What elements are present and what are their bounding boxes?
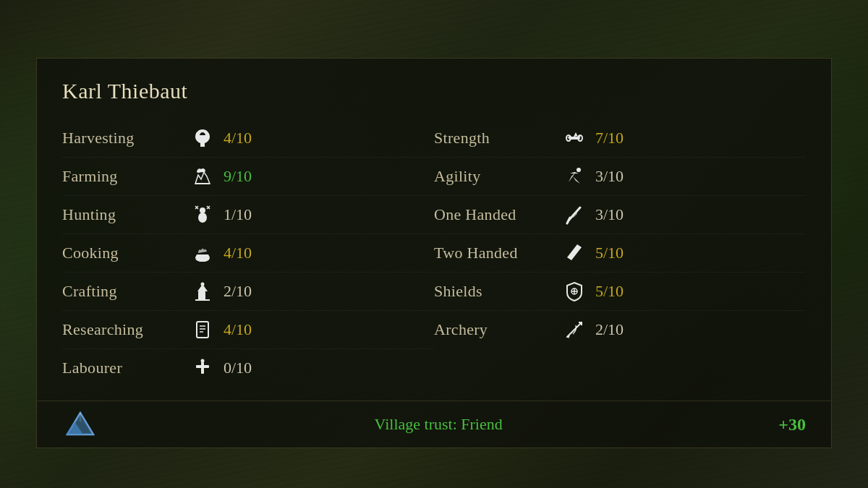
svg-line-21 [573,213,576,216]
labourer-icon [189,354,216,382]
skill-row-two-handed: Two Handed5/10 [434,234,806,273]
skill-name: Shields [434,282,561,301]
trust-bonus: +30 [778,415,806,435]
footer: Village trust: Friend +30 [37,401,831,448]
shields-icon [561,278,588,305]
svg-rect-8 [197,322,208,338]
skill-value: 2/10 [224,282,267,301]
skill-row-crafting: Crafting2/10 [62,273,434,311]
svg-rect-4 [198,291,205,300]
skill-name: Labourer [62,359,189,377]
skill-name: One Handed [434,205,561,224]
character-panel: Karl Thiebaut Harvesting4/10Farming9/10H… [36,58,832,448]
skill-name: Hunting [62,205,189,224]
skill-row-harvesting: Harvesting4/10 [62,119,434,158]
village-icon [62,410,98,439]
skill-name: Two Handed [434,244,561,262]
one-handed-icon [561,201,588,228]
skill-row-farming: Farming9/10 [62,158,434,196]
village-trust-label: Village trust: Friend [98,415,778,434]
skill-row-one-handed: One Handed3/10 [434,196,806,234]
svg-rect-13 [196,365,209,368]
svg-line-27 [567,322,582,337]
character-name: Karl Thiebaut [62,79,806,103]
right-skills-column: Strength7/10Agility3/10One Handed3/10Two… [434,119,806,387]
skill-row-strength: Strength7/10 [434,119,806,158]
farming-icon [189,163,216,190]
skill-name: Farming [62,167,189,186]
skill-name: Researching [62,320,189,339]
two-handed-icon [561,239,588,267]
harvesting-icon [189,124,216,152]
skill-row-agility: Agility3/10 [434,158,806,196]
skill-value: 2/10 [595,320,639,339]
skill-name: Crafting [62,282,189,301]
svg-point-1 [198,213,207,223]
researching-icon [189,316,216,343]
svg-point-14 [201,359,205,363]
skill-name: Strength [434,129,561,147]
archery-icon [561,316,588,343]
skill-value: 4/10 [224,244,267,262]
skill-row-labourer: Labourer0/10 [62,349,434,387]
svg-point-6 [201,283,205,286]
hunting-icon [189,201,216,228]
strength-icon [561,124,588,152]
skill-value: 0/10 [224,359,267,377]
skill-value: 3/10 [595,205,639,224]
agility-icon [561,163,588,190]
skill-name: Agility [434,167,561,186]
skill-row-archery: Archery2/10 [434,311,806,348]
left-skills-column: Harvesting4/10Farming9/10Hunting1/10Cook… [62,119,434,387]
skill-value: 3/10 [595,167,639,186]
svg-point-2 [200,207,205,213]
skill-value: 4/10 [224,320,267,339]
svg-rect-17 [569,137,580,140]
skill-value: 1/10 [224,205,267,224]
skill-value: 7/10 [595,129,639,147]
cooking-icon [189,239,216,267]
skill-name: Cooking [62,244,189,262]
skill-row-hunting: Hunting1/10 [62,196,434,234]
skill-name: Harvesting [62,129,189,147]
crafting-icon [189,278,216,305]
skill-row-cooking: Cooking4/10 [62,234,434,273]
skill-name: Archery [434,320,561,339]
skill-row-researching: Researching4/10 [62,311,434,349]
skill-value: 5/10 [595,244,639,262]
svg-line-20 [567,218,570,223]
skill-value: 5/10 [595,282,639,301]
skills-grid: Harvesting4/10Farming9/10Hunting1/10Cook… [62,119,806,387]
svg-point-18 [576,168,581,172]
skill-row-shields: Shields5/10 [434,273,806,311]
skill-value: 4/10 [224,129,267,147]
svg-rect-3 [200,260,205,262]
skill-value: 9/10 [224,167,267,186]
